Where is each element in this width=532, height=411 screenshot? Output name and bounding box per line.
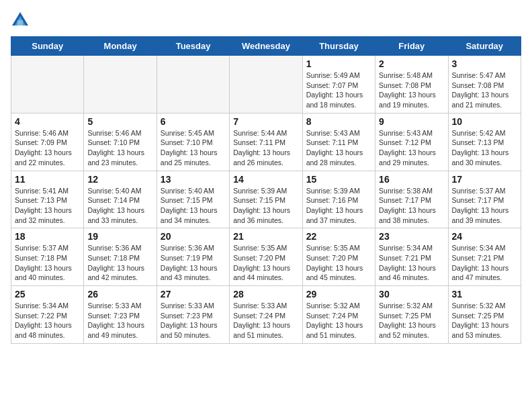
day-number: 6: [161, 116, 226, 127]
day-info: Sunrise: 5:34 AM Sunset: 7:21 PM Dayligh…: [452, 243, 517, 283]
day-info: Sunrise: 5:39 AM Sunset: 7:16 PM Dayligh…: [306, 186, 371, 226]
week-row-1: 1Sunrise: 5:49 AM Sunset: 7:07 PM Daylig…: [11, 56, 521, 113]
day-info: Sunrise: 5:35 AM Sunset: 7:20 PM Dayligh…: [306, 243, 371, 283]
calendar-header-friday: Friday: [375, 37, 448, 56]
day-cell-4: 4Sunrise: 5:46 AM Sunset: 7:09 PM Daylig…: [11, 113, 84, 171]
empty-cell: [11, 56, 84, 113]
calendar-header-thursday: Thursday: [302, 37, 375, 56]
day-cell-14: 14Sunrise: 5:39 AM Sunset: 7:15 PM Dayli…: [230, 171, 302, 228]
day-info: Sunrise: 5:32 AM Sunset: 7:25 PM Dayligh…: [452, 301, 517, 340]
day-number: 23: [379, 231, 444, 242]
day-cell-29: 29Sunrise: 5:32 AM Sunset: 7:24 PM Dayli…: [302, 286, 375, 344]
day-cell-23: 23Sunrise: 5:34 AM Sunset: 7:21 PM Dayli…: [375, 228, 448, 286]
day-number: 17: [452, 174, 517, 185]
day-number: 4: [15, 116, 80, 127]
day-number: 2: [379, 58, 444, 69]
day-cell-25: 25Sunrise: 5:34 AM Sunset: 7:22 PM Dayli…: [11, 286, 84, 344]
day-cell-2: 2Sunrise: 5:48 AM Sunset: 7:08 PM Daylig…: [375, 56, 448, 113]
day-info: Sunrise: 5:46 AM Sunset: 7:10 PM Dayligh…: [87, 128, 152, 168]
day-info: Sunrise: 5:40 AM Sunset: 7:14 PM Dayligh…: [87, 186, 152, 226]
day-cell-1: 1Sunrise: 5:49 AM Sunset: 7:07 PM Daylig…: [302, 56, 375, 113]
day-cell-19: 19Sunrise: 5:36 AM Sunset: 7:18 PM Dayli…: [84, 228, 157, 286]
day-cell-22: 22Sunrise: 5:35 AM Sunset: 7:20 PM Dayli…: [302, 228, 375, 286]
day-number: 18: [15, 231, 80, 242]
day-info: Sunrise: 5:32 AM Sunset: 7:24 PM Dayligh…: [306, 301, 371, 340]
week-row-4: 18Sunrise: 5:37 AM Sunset: 7:18 PM Dayli…: [11, 228, 521, 286]
day-number: 3: [452, 58, 517, 69]
day-number: 12: [87, 174, 152, 185]
day-number: 7: [233, 116, 298, 127]
day-cell-12: 12Sunrise: 5:40 AM Sunset: 7:14 PM Dayli…: [84, 171, 157, 228]
day-cell-11: 11Sunrise: 5:41 AM Sunset: 7:13 PM Dayli…: [11, 171, 84, 228]
day-number: 20: [161, 231, 226, 242]
day-info: Sunrise: 5:36 AM Sunset: 7:18 PM Dayligh…: [87, 243, 152, 283]
page-header: [11, 11, 521, 30]
day-info: Sunrise: 5:43 AM Sunset: 7:11 PM Dayligh…: [306, 128, 371, 168]
day-info: Sunrise: 5:49 AM Sunset: 7:07 PM Dayligh…: [306, 71, 371, 110]
day-cell-27: 27Sunrise: 5:33 AM Sunset: 7:23 PM Dayli…: [157, 286, 229, 344]
week-row-2: 4Sunrise: 5:46 AM Sunset: 7:09 PM Daylig…: [11, 113, 521, 171]
day-info: Sunrise: 5:33 AM Sunset: 7:23 PM Dayligh…: [161, 301, 226, 340]
day-cell-10: 10Sunrise: 5:42 AM Sunset: 7:13 PM Dayli…: [448, 113, 521, 171]
day-cell-6: 6Sunrise: 5:45 AM Sunset: 7:10 PM Daylig…: [157, 113, 229, 171]
empty-cell: [157, 56, 229, 113]
day-number: 27: [161, 289, 226, 300]
day-info: Sunrise: 5:38 AM Sunset: 7:17 PM Dayligh…: [379, 186, 444, 226]
day-number: 11: [15, 174, 80, 185]
day-info: Sunrise: 5:42 AM Sunset: 7:13 PM Dayligh…: [452, 128, 517, 168]
day-info: Sunrise: 5:43 AM Sunset: 7:12 PM Dayligh…: [379, 128, 444, 168]
day-number: 16: [379, 174, 444, 185]
day-number: 1: [306, 58, 371, 69]
day-number: 25: [15, 289, 80, 300]
day-cell-30: 30Sunrise: 5:32 AM Sunset: 7:25 PM Dayli…: [375, 286, 448, 344]
day-cell-7: 7Sunrise: 5:44 AM Sunset: 7:11 PM Daylig…: [230, 113, 302, 171]
day-cell-3: 3Sunrise: 5:47 AM Sunset: 7:08 PM Daylig…: [448, 56, 521, 113]
day-number: 30: [379, 289, 444, 300]
day-cell-17: 17Sunrise: 5:37 AM Sunset: 7:17 PM Dayli…: [448, 171, 521, 228]
calendar-header-tuesday: Tuesday: [157, 37, 229, 56]
day-info: Sunrise: 5:46 AM Sunset: 7:09 PM Dayligh…: [15, 128, 80, 168]
day-number: 13: [161, 174, 226, 185]
day-cell-15: 15Sunrise: 5:39 AM Sunset: 7:16 PM Dayli…: [302, 171, 375, 228]
day-cell-5: 5Sunrise: 5:46 AM Sunset: 7:10 PM Daylig…: [84, 113, 157, 171]
day-cell-20: 20Sunrise: 5:36 AM Sunset: 7:19 PM Dayli…: [157, 228, 229, 286]
day-number: 8: [306, 116, 371, 127]
day-cell-28: 28Sunrise: 5:33 AM Sunset: 7:24 PM Dayli…: [230, 286, 302, 344]
empty-cell: [84, 56, 157, 113]
day-info: Sunrise: 5:44 AM Sunset: 7:11 PM Dayligh…: [233, 128, 298, 168]
day-info: Sunrise: 5:34 AM Sunset: 7:21 PM Dayligh…: [379, 243, 444, 283]
day-number: 31: [452, 289, 517, 300]
day-cell-26: 26Sunrise: 5:33 AM Sunset: 7:23 PM Dayli…: [84, 286, 157, 344]
day-number: 5: [87, 116, 152, 127]
day-info: Sunrise: 5:37 AM Sunset: 7:18 PM Dayligh…: [15, 243, 80, 283]
day-number: 24: [452, 231, 517, 242]
calendar-header-row: SundayMondayTuesdayWednesdayThursdayFrid…: [11, 37, 521, 56]
day-info: Sunrise: 5:32 AM Sunset: 7:25 PM Dayligh…: [379, 301, 444, 340]
day-cell-21: 21Sunrise: 5:35 AM Sunset: 7:20 PM Dayli…: [230, 228, 302, 286]
calendar-header-wednesday: Wednesday: [230, 37, 302, 56]
logo-icon: [11, 11, 30, 30]
week-row-5: 25Sunrise: 5:34 AM Sunset: 7:22 PM Dayli…: [11, 286, 521, 344]
day-number: 26: [87, 289, 152, 300]
day-info: Sunrise: 5:35 AM Sunset: 7:20 PM Dayligh…: [233, 243, 298, 283]
day-info: Sunrise: 5:40 AM Sunset: 7:15 PM Dayligh…: [161, 186, 226, 226]
day-number: 22: [306, 231, 371, 242]
day-info: Sunrise: 5:33 AM Sunset: 7:23 PM Dayligh…: [87, 301, 152, 340]
day-cell-24: 24Sunrise: 5:34 AM Sunset: 7:21 PM Dayli…: [448, 228, 521, 286]
day-cell-13: 13Sunrise: 5:40 AM Sunset: 7:15 PM Dayli…: [157, 171, 229, 228]
day-info: Sunrise: 5:45 AM Sunset: 7:10 PM Dayligh…: [161, 128, 226, 168]
day-cell-18: 18Sunrise: 5:37 AM Sunset: 7:18 PM Dayli…: [11, 228, 84, 286]
day-number: 14: [233, 174, 298, 185]
day-cell-8: 8Sunrise: 5:43 AM Sunset: 7:11 PM Daylig…: [302, 113, 375, 171]
day-cell-9: 9Sunrise: 5:43 AM Sunset: 7:12 PM Daylig…: [375, 113, 448, 171]
day-number: 10: [452, 116, 517, 127]
calendar-header-saturday: Saturday: [448, 37, 521, 56]
day-cell-31: 31Sunrise: 5:32 AM Sunset: 7:25 PM Dayli…: [448, 286, 521, 344]
svg-rect-2: [17, 20, 23, 26]
day-number: 15: [306, 174, 371, 185]
day-info: Sunrise: 5:36 AM Sunset: 7:19 PM Dayligh…: [161, 243, 226, 283]
day-info: Sunrise: 5:41 AM Sunset: 7:13 PM Dayligh…: [15, 186, 80, 226]
empty-cell: [230, 56, 302, 113]
calendar-header-sunday: Sunday: [11, 37, 84, 56]
day-info: Sunrise: 5:33 AM Sunset: 7:24 PM Dayligh…: [233, 301, 298, 340]
